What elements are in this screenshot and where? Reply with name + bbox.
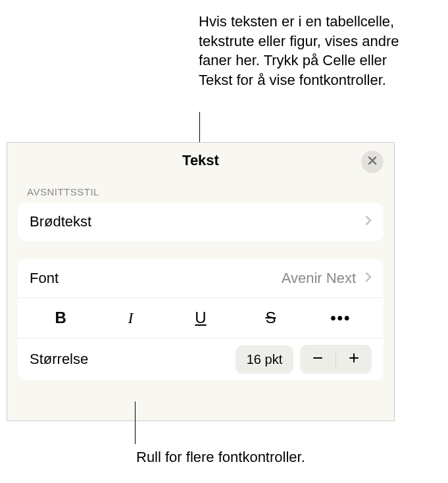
paragraph-style-value: Brødtekst xyxy=(30,213,91,230)
plus-icon xyxy=(347,351,361,367)
callout-top-text: Hvis teksten er i en tabellcelle, tekstr… xyxy=(199,12,422,90)
size-value[interactable]: 16 pkt xyxy=(236,345,293,374)
more-options-button[interactable]: ••• xyxy=(310,303,372,332)
size-row: Størrelse 16 pkt xyxy=(18,338,384,380)
font-label: Font xyxy=(30,270,59,287)
italic-button[interactable]: I xyxy=(99,303,161,332)
close-button[interactable] xyxy=(361,151,384,173)
font-right-group: Avenir Next xyxy=(282,270,372,287)
callout-bottom-text: Rull for flere fontkontroller. xyxy=(136,449,305,466)
callout-line-bottom xyxy=(135,401,136,444)
paragraph-style-card: Brødtekst xyxy=(18,203,384,241)
chevron-right-icon xyxy=(365,215,372,228)
paragraph-style-row[interactable]: Brødtekst xyxy=(18,203,384,241)
chevron-right-icon xyxy=(365,272,372,285)
increase-size-button[interactable] xyxy=(336,345,372,374)
paragraph-style-section-label: AVSNITTSSTIL xyxy=(7,178,394,203)
close-icon xyxy=(367,155,378,168)
minus-icon xyxy=(311,351,324,367)
font-card: Font Avenir Next B I U S ••• Størrelse 1… xyxy=(18,259,384,380)
font-row[interactable]: Font Avenir Next xyxy=(18,259,384,298)
strikethrough-button[interactable]: S xyxy=(239,303,301,332)
size-controls: 16 pkt xyxy=(236,345,372,374)
callout-line-top xyxy=(199,112,200,143)
bold-button[interactable]: B xyxy=(30,303,91,332)
style-buttons-row: B I U S ••• xyxy=(18,298,384,338)
underline-button[interactable]: U xyxy=(170,303,232,332)
font-value: Avenir Next xyxy=(282,270,356,287)
size-label: Størrelse xyxy=(30,351,88,368)
decrease-size-button[interactable] xyxy=(300,345,336,374)
panel-header: Tekst xyxy=(7,143,394,178)
text-format-panel: Tekst AVSNITTSSTIL Brødtekst Font xyxy=(7,142,395,421)
panel-title: Tekst xyxy=(182,152,219,169)
size-stepper xyxy=(300,345,372,374)
